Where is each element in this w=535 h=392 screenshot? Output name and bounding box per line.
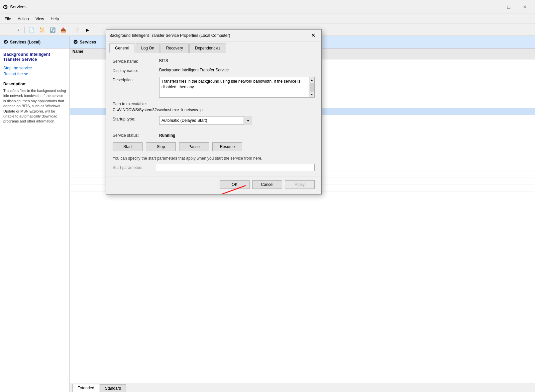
tab-logon[interactable]: Log On <box>136 43 160 53</box>
start-params-label: Start parameters: <box>113 165 153 170</box>
display-name-value: Background Intelligent Transfer Service <box>159 68 315 72</box>
menu-help[interactable]: Help <box>48 15 62 23</box>
menu-bar: File Action View Help <box>0 14 535 24</box>
description-label: Description: <box>113 77 159 82</box>
toolbar-sep-1 <box>24 27 25 33</box>
ok-button[interactable]: OK <box>220 180 250 189</box>
service-name-row: Service name: BITS <box>113 58 315 64</box>
start-params-input[interactable] <box>156 164 315 171</box>
left-panel-description: Transfers files in the background using … <box>3 88 66 124</box>
start-params-hint: You can specify the start parameters tha… <box>113 156 315 161</box>
stop-button[interactable]: Stop <box>146 142 176 151</box>
left-panel-icon: ⚙ <box>3 39 8 45</box>
startup-select-wrapper: AutomaticAutomatic (Delayed Start)Manual… <box>159 116 252 125</box>
restart-link[interactable]: Restart the se <box>3 72 66 76</box>
description-box[interactable]: Transfers files in the background using … <box>159 77 315 98</box>
tab-extended[interactable]: Extended <box>72 384 99 392</box>
menu-view[interactable]: View <box>32 15 48 23</box>
toolbar-play[interactable]: ▶ <box>82 25 92 35</box>
tab-recovery[interactable]: Recovery <box>160 43 189 53</box>
properties-dialog: Background Intelligent Transfer Service … <box>106 29 322 195</box>
start-button[interactable]: Start <box>113 142 143 151</box>
toolbar-help[interactable]: ❔ <box>72 25 82 35</box>
desc-label: Description: <box>3 82 66 86</box>
description-row: Description: Transfers files in the back… <box>113 77 315 98</box>
dialog-footer: OK Cancel Apply <box>106 177 321 194</box>
resume-button[interactable]: Resume <box>212 142 242 151</box>
left-panel-content: Background Intelligent Transfer Service … <box>0 48 69 392</box>
left-panel-header: ⚙ Services (Local) <box>0 36 69 48</box>
toolbar-sep-2 <box>70 27 70 33</box>
menu-action[interactable]: Action <box>14 15 32 23</box>
startup-label: Startup type: <box>113 116 159 121</box>
dialog-title-bar: Background Intelligent Transfer Service … <box>106 30 321 41</box>
title-bar: ⚙ Services − □ ✕ <box>0 0 535 14</box>
left-panel-title: Services (Local) <box>10 40 41 44</box>
toolbar-btn-3[interactable]: 🔄 <box>48 25 57 35</box>
path-row: Path to executable: C:\WINDOWS\System32\… <box>113 102 315 112</box>
service-name-value: BITS <box>159 58 315 63</box>
startup-row: Startup type: AutomaticAutomatic (Delaye… <box>113 116 315 125</box>
cancel-button[interactable]: Cancel <box>252 180 282 189</box>
display-name-row: Display name: Background Intelligent Tra… <box>113 68 315 73</box>
dialog-tabs: General Log On Recovery Dependencies <box>106 41 321 53</box>
start-params-row: Start parameters: <box>113 164 315 171</box>
tab-dependencies[interactable]: Dependencies <box>189 43 226 53</box>
dialog-close-button[interactable]: ✕ <box>308 32 318 39</box>
pause-button[interactable]: Pause <box>179 142 209 151</box>
close-button[interactable]: ✕ <box>517 2 532 12</box>
service-name-label: Service name: <box>113 58 159 64</box>
menu-file[interactable]: File <box>1 15 14 23</box>
window-title: Services <box>10 4 485 9</box>
left-service-title: Background Intelligent Transfer Service <box>3 52 66 62</box>
tab-standard[interactable]: Standard <box>100 384 126 392</box>
toolbar-forward[interactable]: → <box>13 25 23 35</box>
path-label: Path to executable: <box>113 102 315 106</box>
service-status-row: Service status: Running <box>113 133 315 138</box>
description-scrollbar[interactable]: ▲ ▼ <box>309 77 314 97</box>
dialog-content: Service name: BITS Display name: Backgro… <box>106 53 321 177</box>
description-text: Transfers files in the background using … <box>161 79 300 89</box>
services-header-title: Services <box>80 40 96 44</box>
left-panel: ⚙ Services (Local) Background Intelligen… <box>0 36 70 392</box>
startup-select[interactable]: AutomaticAutomatic (Delayed Start)Manual… <box>159 116 252 125</box>
maximize-button[interactable]: □ <box>501 2 516 12</box>
app-icon: ⚙ <box>3 3 8 11</box>
service-status-label: Service status: <box>113 133 159 138</box>
path-value: C:\WINDOWS\System32\svchost.exe -k netsv… <box>113 108 315 112</box>
toolbar-btn-1[interactable]: 📄 <box>26 25 36 35</box>
minimize-button[interactable]: − <box>485 2 500 12</box>
tab-general[interactable]: General <box>109 43 135 53</box>
display-name-label: Display name: <box>113 68 159 73</box>
toolbar-btn-4[interactable]: 📤 <box>58 25 68 35</box>
bottom-tabs: Extended Standard <box>70 383 535 392</box>
apply-button[interactable]: Apply <box>285 180 315 189</box>
dialog-title: Background Intelligent Transfer Service … <box>109 33 308 38</box>
dialog-separator-1 <box>113 129 315 129</box>
toolbar-back[interactable]: ← <box>2 25 12 35</box>
services-icon: ⚙ <box>73 39 78 45</box>
service-buttons: Start Stop Pause Resume <box>113 142 315 151</box>
window-controls: − □ ✕ <box>485 2 532 12</box>
service-status-value: Running <box>159 133 175 138</box>
stop-link[interactable]: Stop the service <box>3 66 66 70</box>
toolbar-btn-2[interactable]: 📜 <box>37 25 47 35</box>
